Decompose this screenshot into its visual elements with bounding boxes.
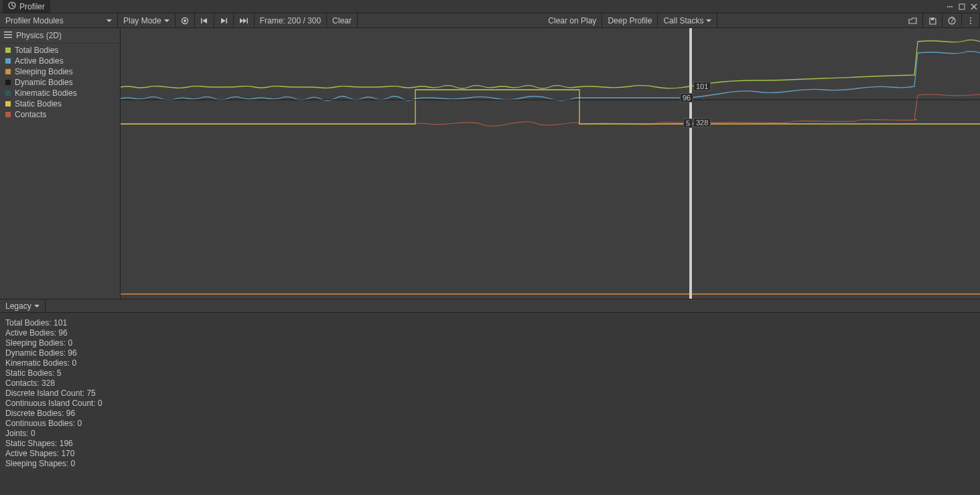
svg-rect-18 bbox=[4, 37, 12, 38]
toolbar: Profiler Modules Play Mode Frame: 200 / … bbox=[0, 13, 980, 28]
legend-label: Contacts bbox=[15, 110, 46, 119]
chevron-down-icon bbox=[706, 19, 711, 22]
value-badge-static: 5 bbox=[683, 119, 693, 128]
svg-point-13 bbox=[970, 17, 971, 19]
svg-point-14 bbox=[970, 20, 971, 21]
legend-swatch bbox=[5, 101, 11, 107]
frame-indicator: Frame: 200 / 300 bbox=[255, 13, 327, 27]
maximize-icon[interactable] bbox=[959, 3, 965, 10]
legend-label: Static Bodies bbox=[15, 99, 62, 109]
svg-point-1 bbox=[947, 6, 949, 7]
next-frame-button[interactable] bbox=[214, 13, 234, 27]
value-badge-active: 96 bbox=[680, 93, 693, 102]
chevron-down-icon bbox=[164, 19, 169, 22]
legend-swatch bbox=[5, 58, 11, 64]
call-stacks-label: Call Stacks bbox=[663, 16, 703, 25]
prev-frame-button[interactable] bbox=[195, 13, 214, 27]
stat-line: Kinematic Bodies: 0 bbox=[5, 358, 975, 368]
options-button[interactable] bbox=[962, 13, 980, 27]
details-panel: Total Bodies: 101Active Bodies: 96Sleepi… bbox=[0, 313, 980, 495]
stat-line: Discrete Island Count: 75 bbox=[5, 388, 975, 399]
profiler-modules-dropdown[interactable]: Profiler Modules bbox=[0, 13, 118, 27]
stat-line: Dynamic Bodies: 96 bbox=[5, 348, 975, 358]
legend-swatch bbox=[5, 48, 11, 53]
chevron-down-icon bbox=[34, 305, 40, 307]
detail-mode-dropdown[interactable]: Legacy bbox=[0, 299, 46, 312]
frame-scrubber[interactable] bbox=[689, 28, 692, 299]
legend-item[interactable]: Kinematic Bodies bbox=[0, 88, 120, 98]
clear-button[interactable]: Clear bbox=[327, 13, 358, 27]
svg-point-15 bbox=[970, 23, 971, 24]
value-badge-total: 101 bbox=[693, 82, 711, 91]
legend-swatch bbox=[5, 69, 11, 74]
stat-line: Joints: 0 bbox=[5, 429, 975, 439]
stat-line: Static Shapes: 196 bbox=[5, 439, 975, 449]
value-badge-contacts: 328 bbox=[693, 118, 711, 127]
menu-icon bbox=[4, 31, 12, 40]
svg-point-6 bbox=[184, 19, 186, 22]
help-button[interactable]: ? bbox=[942, 13, 962, 27]
current-frame-button[interactable] bbox=[234, 13, 255, 27]
clear-on-play-label: Clear on Play bbox=[548, 16, 596, 25]
legend-label: Dynamic Bodies bbox=[15, 78, 73, 87]
stat-line: Sleeping Shapes: 0 bbox=[5, 459, 975, 469]
frame-label: Frame: 200 / 300 bbox=[260, 16, 321, 25]
svg-rect-7 bbox=[201, 18, 202, 23]
legend: Total BodiesActive BodiesSleeping Bodies… bbox=[0, 44, 120, 121]
titlebar: Profiler bbox=[0, 0, 980, 13]
clear-on-play-button[interactable]: Clear on Play bbox=[543, 13, 602, 27]
deep-profile-label: Deep Profile bbox=[608, 16, 652, 25]
module-header[interactable]: Physics (2D) bbox=[0, 28, 120, 44]
legend-item[interactable]: Dynamic Bodies bbox=[0, 77, 120, 88]
save-button[interactable] bbox=[923, 13, 942, 27]
context-menu-icon[interactable] bbox=[947, 3, 953, 10]
deep-profile-button[interactable]: Deep Profile bbox=[602, 13, 658, 27]
legend-swatch bbox=[5, 80, 11, 85]
legend-swatch bbox=[5, 112, 11, 117]
chart-row: Physics (2D) Total BodiesActive BodiesSl… bbox=[0, 28, 980, 299]
stat-line: Continuous Island Count: 0 bbox=[5, 399, 975, 409]
profiler-icon bbox=[8, 1, 16, 11]
detail-mode-label: Legacy bbox=[5, 301, 31, 311]
legend-item[interactable]: Sleeping Bodies bbox=[0, 66, 120, 77]
legend-item[interactable]: Active Bodies bbox=[0, 56, 120, 66]
call-stacks-dropdown[interactable]: Call Stacks bbox=[658, 13, 717, 27]
legend-item[interactable]: Static Bodies bbox=[0, 98, 120, 109]
stat-line: Static Bodies: 5 bbox=[5, 368, 975, 378]
svg-point-3 bbox=[951, 6, 953, 7]
stat-line: Continuous Bodies: 0 bbox=[5, 419, 975, 429]
legend-item[interactable]: Total Bodies bbox=[0, 45, 120, 56]
chevron-down-icon bbox=[107, 19, 112, 22]
svg-rect-9 bbox=[247, 18, 248, 23]
legend-swatch bbox=[5, 90, 11, 96]
svg-point-2 bbox=[949, 6, 951, 7]
profiler-tab[interactable]: Profiler bbox=[3, 0, 50, 13]
svg-text:?: ? bbox=[950, 17, 955, 25]
legend-label: Sleeping Bodies bbox=[15, 67, 73, 76]
legend-label: Total Bodies bbox=[15, 46, 58, 55]
module-title: Physics (2D) bbox=[16, 31, 62, 40]
chart-svg bbox=[121, 28, 980, 299]
stat-line: Discrete Bodies: 96 bbox=[5, 409, 975, 419]
load-button[interactable] bbox=[903, 13, 923, 27]
svg-rect-10 bbox=[931, 18, 934, 20]
stat-line: Active Bodies: 96 bbox=[5, 328, 975, 338]
chart-area[interactable]: 101 96 5 328 bbox=[121, 28, 980, 299]
stat-line: Contacts: 328 bbox=[5, 378, 975, 388]
playmode-dropdown[interactable]: Play Mode bbox=[118, 13, 176, 27]
close-icon[interactable] bbox=[971, 3, 977, 10]
svg-rect-4 bbox=[959, 4, 965, 9]
stat-line: Total Bodies: 101 bbox=[5, 318, 975, 328]
profiler-modules-label: Profiler Modules bbox=[5, 16, 64, 25]
clear-label: Clear bbox=[332, 16, 352, 25]
stat-line: Sleeping Bodies: 0 bbox=[5, 338, 975, 348]
svg-rect-17 bbox=[4, 34, 12, 36]
details-toolbar: Legacy bbox=[0, 299, 980, 313]
module-sidebar: Physics (2D) Total BodiesActive BodiesSl… bbox=[0, 28, 121, 299]
svg-rect-8 bbox=[226, 18, 227, 23]
legend-label: Kinematic Bodies bbox=[15, 88, 77, 98]
record-button[interactable] bbox=[176, 13, 195, 27]
svg-rect-16 bbox=[4, 31, 12, 33]
legend-item[interactable]: Contacts bbox=[0, 109, 120, 120]
window-title: Profiler bbox=[19, 2, 45, 11]
